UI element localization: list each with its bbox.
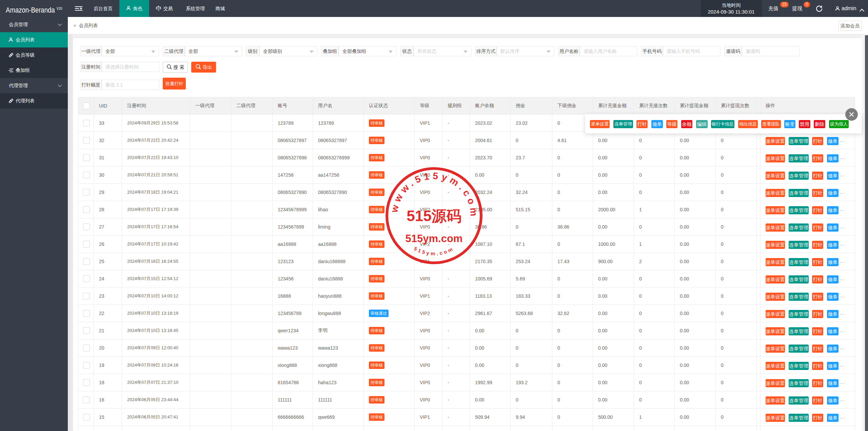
- svg-text:515源码: 515源码: [407, 208, 461, 224]
- svg-text:515ym.com: 515ym.com: [406, 233, 463, 244]
- svg-text:515ym.com: 515ym.com: [413, 246, 455, 256]
